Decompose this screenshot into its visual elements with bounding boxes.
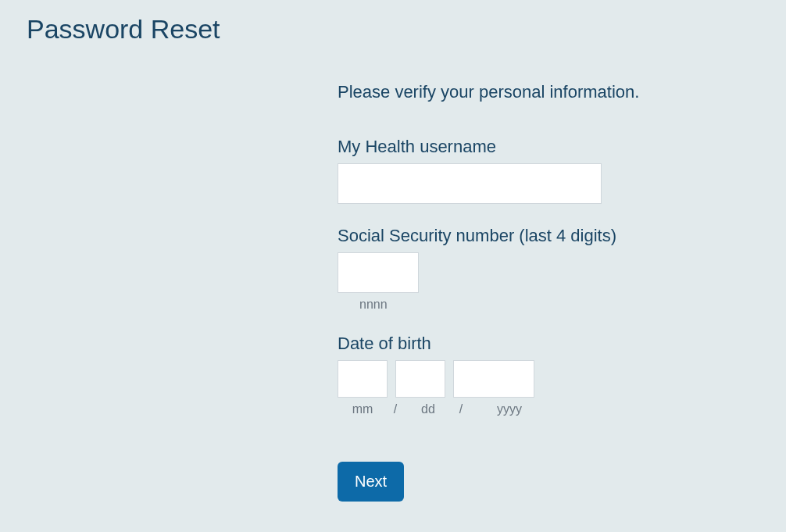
ssn-input[interactable] [338, 252, 419, 293]
dob-hints-row: mm / dd / yyyy [338, 402, 744, 416]
instruction-text: Please verify your personal information. [338, 82, 744, 102]
password-reset-form: Please verify your personal information.… [338, 82, 744, 502]
ssn-label: Social Security number (last 4 digits) [338, 226, 744, 246]
dob-month-hint: mm [338, 402, 388, 416]
dob-inputs-row [338, 360, 744, 398]
next-button[interactable]: Next [338, 462, 404, 502]
dob-day-hint: dd [403, 402, 453, 416]
ssn-hint: nnnn [338, 298, 744, 312]
dob-day-input[interactable] [395, 360, 445, 398]
dob-label: Date of birth [338, 334, 744, 354]
dob-separator-2: / [457, 402, 465, 416]
username-label: My Health username [338, 137, 744, 157]
dob-year-hint: yyyy [469, 402, 550, 416]
username-input[interactable] [338, 163, 602, 204]
dob-separator-1: / [391, 402, 399, 416]
username-field-group: My Health username [338, 137, 744, 204]
page-title: Password Reset [0, 0, 786, 45]
dob-year-input[interactable] [453, 360, 534, 398]
dob-month-input[interactable] [338, 360, 388, 398]
dob-field-group: Date of birth mm / dd / yyyy [338, 334, 744, 416]
ssn-field-group: Social Security number (last 4 digits) n… [338, 226, 744, 312]
